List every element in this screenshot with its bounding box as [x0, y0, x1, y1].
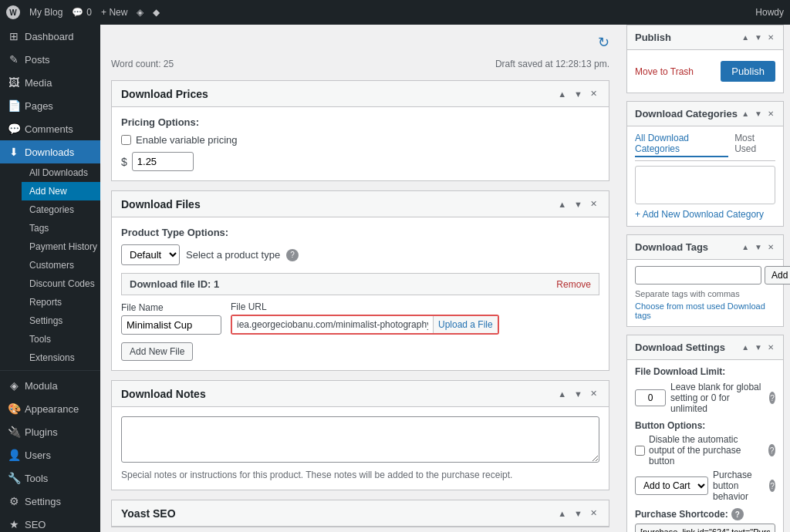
- sidebar-item-discount-codes[interactable]: Discount Codes: [22, 274, 100, 293]
- notes-panel-close-btn[interactable]: ✕: [588, 387, 599, 400]
- shortcode-input[interactable]: [635, 524, 775, 532]
- sidebar-item-tags[interactable]: Tags: [22, 219, 100, 237]
- dl-settings-up[interactable]: ▲: [740, 342, 751, 352]
- add-new-file-btn[interactable]: Add New File: [121, 342, 193, 361]
- file-name-input[interactable]: [121, 315, 221, 335]
- sidebar-item-tools[interactable]: 🔧 Tools: [0, 466, 100, 490]
- download-files-title: Download Files: [121, 198, 201, 210]
- panel-close-btn[interactable]: ✕: [588, 87, 599, 100]
- sidebar-item-media[interactable]: 🖼 Media: [0, 71, 100, 94]
- label-users: Users: [25, 450, 51, 461]
- sidebar-item-modula[interactable]: ◈ Modula: [0, 374, 100, 397]
- sidebar-item-comments[interactable]: 💬 Comments: [0, 117, 100, 140]
- download-notes-panel-header[interactable]: Download Notes ▲ ▼ ✕: [112, 381, 609, 407]
- publish-button[interactable]: Publish: [721, 61, 775, 82]
- dl-limit-input[interactable]: [635, 389, 666, 406]
- yoast-panel-down-btn[interactable]: ▼: [572, 507, 585, 520]
- word-count-value: 25: [164, 59, 174, 69]
- cat-panel-down[interactable]: ▼: [753, 109, 764, 119]
- blog-name-link[interactable]: My Blog: [29, 7, 62, 18]
- sidebar-item-posts[interactable]: ✎ Posts: [0, 48, 100, 71]
- move-to-trash-link[interactable]: Move to Trash: [635, 66, 694, 77]
- sidebar-item-add-new[interactable]: Add New: [22, 182, 100, 200]
- tags-panel-close[interactable]: ✕: [766, 242, 775, 252]
- new-content-link[interactable]: + New: [101, 7, 127, 18]
- sidebar-item-tools-dl[interactable]: Tools: [22, 330, 100, 348]
- yoast-seo-title: Yoast SEO: [121, 507, 176, 520]
- sidebar-item-seo[interactable]: ★ SEO: [0, 513, 100, 532]
- download-prices-panel-header[interactable]: Download Prices ▲ ▼ ✕: [112, 81, 609, 107]
- comments-link[interactable]: 💬 0: [72, 7, 92, 18]
- sidebar-item-settings-dl[interactable]: Settings: [22, 311, 100, 330]
- add-new-category-link[interactable]: + Add New Download Category: [635, 209, 775, 220]
- cart-behavior-help-icon[interactable]: ?: [769, 480, 775, 492]
- sidebar-item-downloads[interactable]: ⬇ Downloads: [0, 140, 100, 163]
- remove-file-link[interactable]: Remove: [556, 279, 591, 290]
- comments-icon: 💬: [8, 123, 20, 135]
- download-files-panel-header[interactable]: Download Files ▲ ▼ ✕: [112, 191, 609, 217]
- label-discount-codes: Discount Codes: [29, 278, 95, 289]
- refresh-icon[interactable]: ↻: [598, 34, 609, 51]
- cat-panel-up[interactable]: ▲: [740, 109, 751, 119]
- files-panel-down-btn[interactable]: ▼: [572, 198, 585, 210]
- disable-purchase-checkbox[interactable]: [635, 446, 645, 456]
- notes-panel-up-btn[interactable]: ▲: [555, 388, 569, 400]
- sidebar-item-pages[interactable]: 📄 Pages: [0, 94, 100, 117]
- cart-select[interactable]: Add to Cart: [635, 476, 708, 495]
- add-tag-button[interactable]: Add: [765, 266, 790, 285]
- sidebar-item-extensions[interactable]: Extensions: [22, 348, 100, 367]
- dl-settings-down[interactable]: ▼: [753, 342, 764, 352]
- right-sidebar: Publish ▲ ▼ ✕ Move to Trash Publish: [620, 25, 790, 532]
- diamond-icon-link[interactable]: ◆: [153, 7, 160, 18]
- files-panel-up-btn[interactable]: ▲: [555, 198, 569, 210]
- modula-icon-link[interactable]: ◈: [137, 7, 143, 18]
- sidebar-item-appearance[interactable]: 🎨 Appearance: [0, 397, 100, 420]
- sidebar-item-plugins[interactable]: 🔌 Plugins: [0, 420, 100, 443]
- sidebar-item-categories[interactable]: Categories: [22, 200, 100, 219]
- notes-panel-down-btn[interactable]: ▼: [572, 388, 585, 400]
- choose-tags-link[interactable]: Choose from most used Download tags: [635, 301, 775, 320]
- sidebar-item-dashboard[interactable]: ⊞ Dashboard: [0, 25, 100, 48]
- notes-textarea[interactable]: [121, 416, 599, 463]
- enable-variable-checkbox[interactable]: [121, 135, 131, 145]
- yoast-seo-panel-header[interactable]: Yoast SEO ▲ ▼ ✕: [112, 500, 609, 527]
- draft-saved-text: Draft saved at 12:28:13 pm.: [495, 59, 609, 69]
- panel-down-btn[interactable]: ▼: [572, 88, 585, 100]
- label-plugins: Plugins: [25, 426, 58, 438]
- tag-input[interactable]: [635, 266, 761, 285]
- label-payment-history: Payment History: [29, 241, 97, 252]
- sidebar-item-settings[interactable]: ⚙ Settings: [0, 490, 100, 513]
- label-tools: Tools: [25, 473, 48, 484]
- shortcode-help-icon[interactable]: ?: [731, 508, 744, 520]
- yoast-panel-close-btn[interactable]: ✕: [588, 507, 599, 520]
- price-input[interactable]: [132, 152, 194, 171]
- dl-settings-controls: ▲ ▼ ✕: [740, 342, 775, 352]
- publish-panel-down[interactable]: ▼: [753, 32, 764, 42]
- wp-logo-icon: W: [6, 5, 20, 19]
- limit-help-icon[interactable]: ?: [769, 392, 775, 404]
- publish-panel-up[interactable]: ▲: [740, 32, 751, 42]
- cat-tab-most-used[interactable]: Most Used: [734, 133, 775, 157]
- tags-panel-up[interactable]: ▲: [740, 242, 751, 252]
- files-panel-close-btn[interactable]: ✕: [588, 197, 599, 210]
- download-settings-panel: Download Settings ▲ ▼ ✕ File Download Li…: [626, 335, 784, 532]
- wp-logo-btn[interactable]: W: [6, 5, 20, 19]
- panel-up-btn[interactable]: ▲: [555, 88, 569, 100]
- tags-panel-down[interactable]: ▼: [753, 242, 764, 252]
- sidebar-item-users[interactable]: 👤 Users: [0, 443, 100, 466]
- product-type-select[interactable]: Default: [121, 244, 180, 265]
- upload-file-link[interactable]: Upload a File: [433, 316, 498, 333]
- top-bar-right: Howdy: [755, 7, 784, 18]
- sidebar-item-all-downloads[interactable]: All Downloads: [22, 163, 100, 182]
- yoast-panel-up-btn[interactable]: ▲: [555, 507, 569, 520]
- publish-panel-close[interactable]: ✕: [766, 32, 775, 42]
- sidebar-item-reports[interactable]: Reports: [22, 293, 100, 311]
- dl-settings-close[interactable]: ✕: [766, 342, 775, 352]
- product-type-help-icon[interactable]: ?: [286, 249, 299, 261]
- cat-tab-all[interactable]: All Download Categories: [635, 133, 728, 157]
- sidebar-item-customers[interactable]: Customers: [22, 256, 100, 274]
- file-url-input[interactable]: [232, 316, 433, 333]
- cat-panel-close[interactable]: ✕: [766, 109, 775, 119]
- btn-options-help-icon[interactable]: ?: [768, 444, 775, 456]
- sidebar-item-payment-history[interactable]: Payment History: [22, 237, 100, 256]
